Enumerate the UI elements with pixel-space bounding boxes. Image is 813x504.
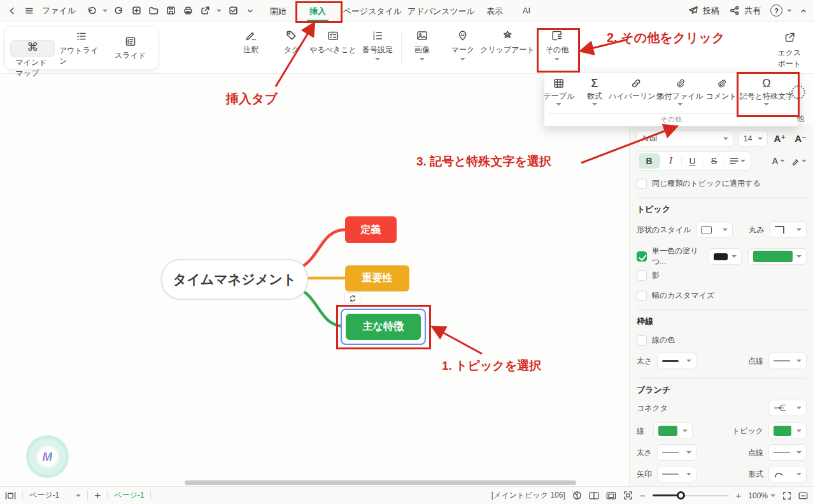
frame-view-icon[interactable]	[606, 491, 616, 500]
zoom-slider[interactable]	[653, 495, 729, 496]
tab-ai[interactable]: AI	[523, 6, 530, 15]
edrawmind-logo[interactable]: M	[26, 435, 69, 478]
bold-button[interactable]: B	[639, 153, 660, 169]
tool-image[interactable]: 画像	[414, 29, 430, 60]
shadow-checkbox[interactable]	[637, 270, 647, 281]
menu-item-table-caret[interactable]	[556, 103, 562, 106]
tool-tag[interactable]: タグ	[284, 29, 300, 55]
tab-page-style[interactable]: ページスタイル	[343, 6, 402, 17]
new-document-button[interactable]	[131, 4, 142, 18]
zoom-in-button[interactable]: +	[736, 490, 742, 501]
file-menu[interactable]: ファイル	[42, 5, 76, 17]
align-button[interactable]	[725, 153, 749, 169]
tab-view[interactable]: 表示	[486, 6, 503, 17]
tool-more[interactable]: その他	[546, 29, 569, 60]
tool-mark-caret[interactable]	[460, 58, 465, 60]
format-select[interactable]	[768, 466, 807, 482]
tool-numbering[interactable]: 番号設定	[362, 29, 393, 60]
tool-todo[interactable]: やるべきこと	[309, 29, 357, 55]
solid-fill-checkbox[interactable]	[637, 251, 647, 262]
undo-button[interactable]	[85, 4, 97, 18]
border-dash-select[interactable]	[768, 353, 807, 369]
underline-button[interactable]: U	[682, 153, 703, 169]
more-menu-chevron-icon[interactable]	[244, 4, 256, 18]
theme-color-icon[interactable]	[572, 491, 582, 500]
menu-hamburger-icon[interactable]	[24, 4, 35, 18]
tool-more-caret[interactable]	[555, 58, 560, 60]
save-button[interactable]	[165, 4, 176, 18]
back-button[interactable]	[6, 4, 18, 18]
page-selector[interactable]: ページ-1	[29, 490, 81, 501]
fill-style-select[interactable]	[709, 248, 742, 265]
post-button[interactable]: 投稿	[703, 5, 719, 17]
mode-outline[interactable]: アウトライン	[59, 29, 104, 67]
page-tab[interactable]: ページ-1	[114, 490, 144, 501]
menu-item-table[interactable]: テーブル	[544, 77, 575, 106]
roundness-select[interactable]	[770, 221, 807, 238]
tool-numbering-caret[interactable]	[375, 58, 380, 60]
font-size-select[interactable]: 14	[739, 130, 768, 147]
print-button[interactable]	[182, 4, 194, 18]
menu-item-formula[interactable]: Σ 数式	[587, 77, 602, 106]
fit-screen-icon[interactable]	[623, 491, 633, 500]
italic-button[interactable]: I	[660, 153, 681, 169]
line-color-checkbox[interactable]	[637, 335, 647, 346]
branch-topic-color-select[interactable]	[768, 423, 807, 439]
redo-button[interactable]	[113, 4, 125, 18]
central-topic-node[interactable]: タイムマネジメント	[161, 259, 308, 300]
page-panel-icon[interactable]	[5, 491, 16, 500]
zoom-level[interactable]: 100%	[748, 491, 775, 500]
share-export-button[interactable]	[199, 4, 211, 18]
tool-annotation[interactable]: 注釈	[243, 29, 258, 55]
horizontal-scrollbar[interactable]	[185, 480, 576, 485]
custom-width-checkbox[interactable]	[637, 291, 647, 301]
pages-view-icon[interactable]	[589, 491, 599, 500]
increase-font-button[interactable]: A⁺	[774, 133, 786, 144]
collapse-panel-icon[interactable]	[798, 491, 808, 500]
topic-node-features[interactable]: 主な特徴	[346, 314, 421, 340]
share-export-caret[interactable]	[216, 10, 222, 12]
undo-history-caret[interactable]	[103, 10, 108, 12]
zoom-slider-knob[interactable]	[677, 491, 685, 500]
tool-image-caret[interactable]	[420, 58, 425, 60]
topic-node-definition[interactable]: 定義	[345, 216, 397, 243]
menu-item-symbols-caret[interactable]	[764, 103, 769, 106]
help-caret[interactable]	[787, 10, 792, 12]
font-family-select[interactable]: Arial	[637, 130, 733, 147]
branch-dash-select[interactable]	[768, 444, 807, 461]
tab-start[interactable]: 開始	[270, 6, 286, 17]
open-file-button[interactable]	[148, 4, 159, 18]
menu-item-comment[interactable]: コメント	[705, 77, 737, 102]
font-color-button[interactable]: A	[772, 156, 785, 166]
add-page-button[interactable]: +	[94, 489, 101, 502]
mindmap-canvas[interactable]	[0, 73, 629, 487]
quick-insert-check-button[interactable]	[227, 4, 239, 18]
tab-insert[interactable]: 挿入	[309, 6, 326, 17]
shape-style-select[interactable]	[696, 221, 733, 238]
fullscreen-icon[interactable]	[782, 491, 791, 500]
menu-item-formula-caret[interactable]	[592, 103, 597, 106]
collapse-ribbon-icon[interactable]	[799, 6, 808, 15]
menu-item-attachment[interactable]: 添付ファイル	[656, 77, 703, 106]
sync-chip[interactable]	[344, 292, 360, 304]
arrow-select[interactable]	[657, 466, 696, 482]
mode-mindmap[interactable]: ⌘ マインドマップ	[10, 40, 55, 57]
zoom-out-button[interactable]: −	[640, 490, 646, 501]
tab-advanced-tools[interactable]: アドバンスツール	[407, 6, 475, 17]
mode-slide[interactable]: スライド	[108, 29, 153, 67]
menu-item-symbols[interactable]: Ω 記号と特殊文字	[740, 77, 793, 106]
apply-same-checkbox[interactable]	[637, 179, 647, 189]
decrease-font-button[interactable]: A⁻	[795, 133, 807, 144]
strikethrough-button[interactable]: S	[703, 153, 725, 169]
export-button[interactable]: エクスポート	[778, 31, 802, 69]
branch-line-color-select[interactable]	[653, 423, 693, 439]
share-button[interactable]: 共有	[744, 5, 761, 17]
tool-mark[interactable]: マーク	[451, 29, 475, 60]
help-icon[interactable]: ?	[770, 4, 782, 17]
menu-item-attachment-caret[interactable]	[677, 103, 682, 106]
border-thickness-select[interactable]	[657, 353, 696, 369]
fill-color-select[interactable]	[748, 248, 807, 265]
highlight-button[interactable]	[791, 157, 807, 165]
branch-thickness-select[interactable]	[657, 444, 696, 461]
menu-item-hyperlink[interactable]: ハイパーリンク	[609, 77, 663, 102]
